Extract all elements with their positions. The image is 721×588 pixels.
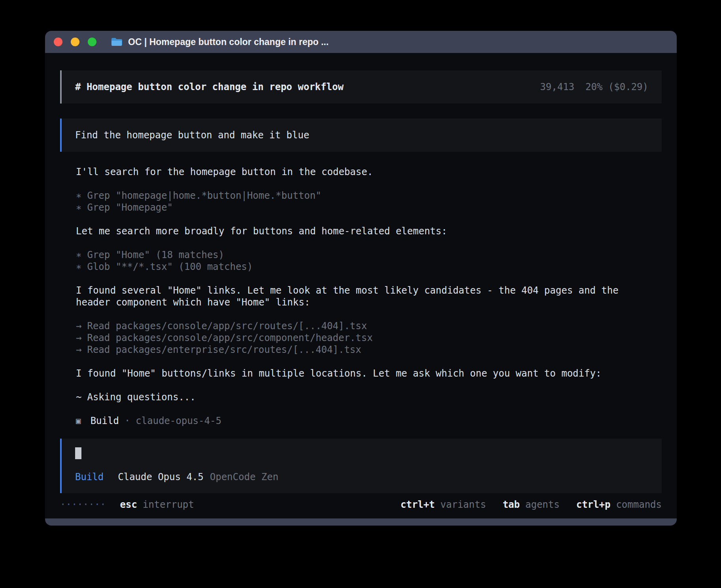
folder-icon: [111, 37, 123, 47]
agent-name: Build: [91, 415, 119, 427]
interrupt-label: interrupt: [143, 499, 194, 511]
commands-label: commands: [616, 499, 662, 511]
provider-label: OpenCode Zen: [210, 471, 278, 482]
hint-agents: tab agents: [503, 499, 560, 511]
tool-call-text: Grep "homepage|home.*button|Home.*button…: [87, 190, 321, 201]
read-line: →Read packages/console/app/src/routes/[.…: [76, 320, 662, 332]
read-call-group: →Read packages/console/app/src/routes/[.…: [76, 320, 662, 356]
statusbar: ········ esc interrupt ctrl+t variants t…: [60, 499, 662, 511]
arrow-right-icon: →: [76, 344, 81, 355]
tool-call-group: ∗Grep "homepage|home.*button|Home.*butto…: [76, 190, 662, 213]
tool-call-group: ∗Grep "Home" (18 matches) ∗Glob "**/*.ts…: [76, 249, 662, 273]
tool-bullet-icon: ∗: [76, 261, 81, 272]
zoom-button[interactable]: [88, 38, 96, 46]
hint-interrupt: esc interrupt: [120, 499, 194, 511]
traffic-lights: [54, 31, 96, 53]
context-usage: 20% ($0.29): [585, 81, 648, 92]
mode-label: Build: [75, 471, 104, 482]
input-meta: BuildClaude Opus 4.5OpenCode Zen: [75, 471, 648, 483]
read-line: →Read packages/enterprise/src/routes/[..…: [76, 344, 662, 356]
assistant-text: I found several "Home" links. Let me loo…: [76, 285, 625, 308]
tool-call-line: ∗Grep "homepage|home.*button|Home.*butto…: [76, 190, 662, 202]
user-message: Find the homepage button and make it blu…: [60, 119, 662, 152]
session-stats: 39,41320% ($0.29): [540, 81, 648, 93]
read-line: →Read packages/console/app/src/component…: [76, 332, 662, 344]
assistant-text: I found "Home" buttons/links in multiple…: [76, 368, 625, 379]
spinner-dots: ········: [60, 499, 106, 511]
tool-call-line: ∗Grep "Homepage": [76, 202, 662, 213]
assistant-text: Let me search more broadly for buttons a…: [76, 225, 625, 237]
activity-status-line: ~Asking questions...: [76, 391, 662, 403]
model-label: Claude Opus 4.5: [118, 471, 204, 482]
token-count: 39,413: [540, 81, 574, 92]
user-message-text: Find the homepage button and make it blu…: [75, 130, 309, 141]
read-text: Read packages/console/app/src/component/…: [87, 332, 372, 343]
read-text: Read packages/enterprise/src/routes/[...…: [87, 344, 361, 355]
hint-variants: ctrl+t variants: [400, 499, 486, 511]
tool-call-text: Grep "Homepage": [87, 202, 173, 213]
tab-key-label: tab: [503, 499, 520, 511]
session-header: # Homepage button color change in repo w…: [60, 70, 662, 104]
activity-status-text: Asking questions...: [87, 392, 196, 403]
terminal-window: OC | Homepage button color change in rep…: [45, 31, 677, 526]
assistant-transcript: I'll search for the homepage button in t…: [76, 166, 662, 427]
ctrl-t-key-label: ctrl+t: [400, 499, 435, 511]
tool-call-line: ∗Glob "**/*.tsx" (100 matches): [76, 261, 662, 273]
title-group: OC | Homepage button color change in rep…: [111, 31, 328, 53]
prompt-input[interactable]: BuildClaude Opus 4.5OpenCode Zen: [60, 439, 662, 493]
close-button[interactable]: [54, 38, 62, 46]
tool-bullet-icon: ∗: [76, 202, 81, 213]
variants-label: variants: [440, 499, 486, 511]
agent-separator: ·: [125, 415, 130, 427]
terminal-content: # Homepage button color change in repo w…: [45, 53, 677, 518]
window-title: OC | Homepage button color change in rep…: [128, 37, 328, 47]
tool-call-text: Grep "Home" (18 matches): [87, 249, 224, 260]
titlebar: OC | Homepage button color change in rep…: [45, 31, 677, 53]
arrow-right-icon: →: [76, 332, 81, 343]
tool-bullet-icon: ∗: [76, 190, 81, 201]
tool-bullet-icon: ∗: [76, 249, 81, 260]
esc-key-label: esc: [120, 499, 137, 511]
arrow-right-icon: →: [76, 320, 81, 332]
agent-icon: ▣: [76, 415, 81, 427]
read-text: Read packages/console/app/src/routes/[..…: [87, 320, 367, 332]
session-title: # Homepage button color change in repo w…: [75, 81, 344, 93]
minimize-button[interactable]: [71, 38, 79, 46]
tool-call-line: ∗Grep "Home" (18 matches): [76, 249, 662, 261]
text-cursor: [75, 447, 81, 459]
agents-label: agents: [525, 499, 560, 511]
tilde-icon: ~: [76, 392, 81, 403]
tool-call-text: Glob "**/*.tsx" (100 matches): [87, 261, 253, 272]
hint-commands: ctrl+p commands: [576, 499, 662, 511]
ctrl-p-key-label: ctrl+p: [576, 499, 611, 511]
agent-status-row: ▣ Build · claude-opus-4-5: [76, 415, 662, 427]
agent-model: claude-opus-4-5: [136, 415, 221, 427]
statusbar-right: ctrl+t variants tab agents ctrl+p comman…: [400, 499, 662, 511]
assistant-text: I'll search for the homepage button in t…: [76, 166, 625, 178]
